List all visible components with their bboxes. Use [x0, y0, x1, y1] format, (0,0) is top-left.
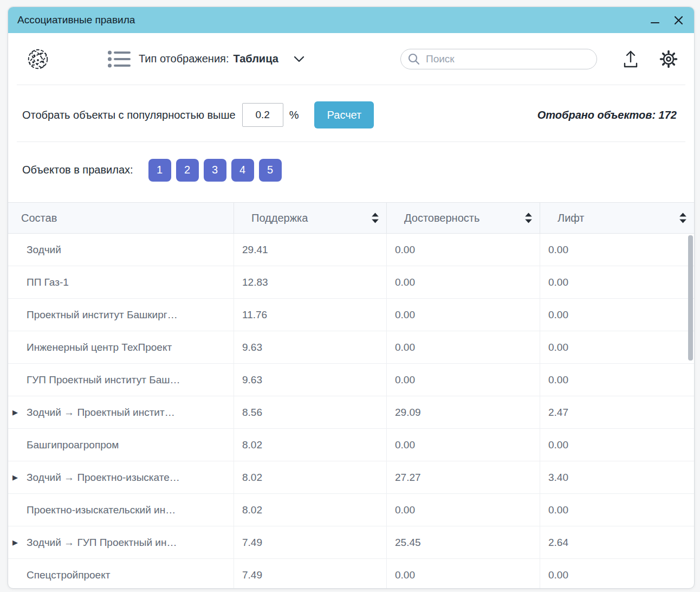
rule-name: Зодчий → Проектный инстит…	[27, 407, 175, 419]
table-row[interactable]: ▶Зодчий → Проектно-изыскате…8.0227.273.4…	[8, 461, 694, 494]
cell-support: 7.49	[234, 526, 386, 558]
cell-confidence: 0.00	[386, 559, 540, 588]
rule-name: Зодчий → Проектно-изыскате…	[27, 472, 180, 484]
rule-count-button-3[interactable]: 3	[204, 159, 226, 182]
cell-support: 11.76	[234, 299, 386, 331]
cell-confidence: 0.00	[386, 429, 540, 461]
column-header-support[interactable]: Поддержка	[234, 203, 386, 233]
cell-composition: ПП Газ-1	[8, 266, 234, 298]
cell-lift: 0.00	[540, 266, 694, 298]
rule-name: Зодчий → ГУП Проектный ин…	[27, 537, 177, 549]
window-controls	[651, 13, 683, 27]
expand-triangle-icon[interactable]: ▶	[12, 473, 27, 481]
scrollbar-thumb[interactable]	[688, 235, 693, 361]
column-header-lift[interactable]: Лифт	[540, 203, 694, 233]
minimize-button[interactable]	[651, 13, 659, 27]
cell-support: 8.02	[234, 429, 386, 461]
chevron-down-icon[interactable]	[294, 56, 304, 62]
cell-support: 12.83	[234, 266, 386, 298]
rule-count-button-1[interactable]: 1	[148, 159, 171, 182]
rule-name: ГУП Проектный институт Баш…	[27, 374, 180, 386]
column-label: Достоверность	[404, 212, 479, 224]
cell-lift: 0.00	[540, 234, 694, 266]
cell-composition: ▶Зодчий → Проектный инстит…	[8, 396, 234, 428]
rule-count-button-2[interactable]: 2	[176, 159, 199, 182]
window-title: Ассоциативные правила	[17, 14, 135, 26]
table-row[interactable]: Башгипроагропром8.020.000.00	[8, 429, 694, 461]
title-bar[interactable]: Ассоциативные правила	[8, 7, 694, 33]
cell-confidence: 0.00	[386, 299, 540, 331]
upload-icon	[623, 50, 639, 68]
cell-confidence: 27.27	[386, 461, 540, 493]
search-input[interactable]	[425, 53, 589, 66]
rule-name: Проектный институт Башкирг…	[27, 309, 178, 321]
table-row[interactable]: ▶Зодчий → Проектный инстит…8.5629.092.47	[8, 396, 694, 429]
rules-bar: Объектов в правилах: 12345	[8, 142, 694, 202]
calculate-button[interactable]: Расчет	[314, 101, 374, 128]
popularity-threshold-input[interactable]	[242, 103, 283, 127]
sort-arrows-icon[interactable]	[679, 212, 687, 224]
search-box[interactable]	[400, 49, 597, 69]
rule-count-button-4[interactable]: 4	[231, 159, 254, 182]
popularity-filter-label: Отобрать объекты с популярностью выше	[22, 109, 236, 121]
table-body: Зодчий29.410.000.00ПП Газ-112.830.000.00…	[8, 234, 694, 588]
close-icon	[674, 16, 683, 25]
cell-confidence: 29.09	[386, 396, 540, 428]
column-header-composition[interactable]: Состав	[8, 203, 234, 233]
rule-count-button-5[interactable]: 5	[259, 159, 282, 182]
table-row[interactable]: Проектный институт Башкирг…11.760.000.00	[8, 299, 694, 331]
column-header-confidence[interactable]: Достоверность	[386, 203, 540, 233]
gear-icon	[659, 50, 678, 68]
cell-support: 9.63	[234, 364, 386, 396]
export-button[interactable]	[623, 50, 639, 68]
cell-support: 8.02	[234, 461, 386, 493]
cell-composition: ▶Зодчий → ГУП Проектный ин…	[8, 526, 234, 558]
display-type-label: Тип отображения:	[139, 53, 229, 65]
percent-unit-label: %	[289, 109, 299, 121]
cell-support: 29.41	[234, 234, 386, 266]
table-row[interactable]: Спецстройпроект7.490.000.00	[8, 559, 694, 588]
cell-composition: Проектный институт Башкирг…	[8, 299, 234, 331]
cell-lift: 3.40	[540, 461, 694, 493]
cell-composition: Инженерный центр ТехПроект	[8, 331, 234, 363]
table-row[interactable]: ▶Зодчий → ГУП Проектный ин…7.4925.452.64	[8, 526, 694, 559]
rule-name: Спецстройпроект	[27, 569, 110, 581]
column-label: Лифт	[558, 212, 584, 224]
cell-composition: Проектно-изыскательский ин…	[8, 494, 234, 526]
sort-arrows-icon[interactable]	[524, 212, 533, 224]
cell-confidence: 0.00	[386, 266, 540, 298]
cell-confidence: 0.00	[386, 494, 540, 526]
settings-button[interactable]	[659, 50, 678, 68]
table-row[interactable]: ГУП Проектный институт Баш…9.630.000.00	[8, 364, 694, 396]
cell-confidence: 0.00	[386, 364, 540, 396]
cell-lift: 0.00	[540, 429, 694, 461]
rule-count-buttons: 12345	[148, 159, 282, 182]
cell-lift: 2.64	[540, 526, 694, 558]
rule-name: Зодчий	[27, 244, 61, 256]
objects-in-rules-label: Объектов в правилах:	[22, 164, 133, 176]
minimize-icon	[651, 18, 659, 27]
table-row[interactable]: Инженерный центр ТехПроект9.630.000.00	[8, 331, 694, 364]
search-icon	[408, 53, 420, 65]
desktop-background: Ассоциативные правила	[0, 0, 700, 592]
display-type-select[interactable]: Тип отображения: Таблица	[107, 49, 304, 69]
app-window: Ассоциативные правила	[8, 7, 695, 589]
cell-confidence: 0.00	[386, 331, 540, 363]
expand-triangle-icon[interactable]: ▶	[12, 538, 27, 546]
cell-lift: 0.00	[540, 494, 694, 526]
cell-support: 8.56	[234, 396, 386, 428]
rule-name: ПП Газ-1	[27, 276, 69, 288]
expand-triangle-icon[interactable]: ▶	[12, 408, 27, 416]
table-row[interactable]: ПП Газ-112.830.000.00	[8, 266, 694, 299]
table-row[interactable]: Проектно-изыскательский ин…8.020.000.00	[8, 494, 694, 526]
column-label: Состав	[21, 212, 57, 224]
close-button[interactable]	[674, 16, 683, 25]
filter-bar: Отобрать объекты с популярностью выше % …	[8, 85, 694, 141]
cell-composition: Спецстройпроект	[8, 559, 234, 588]
cell-composition: Башгипроагропром	[8, 429, 234, 461]
display-type-value: Таблица	[233, 53, 278, 65]
cell-composition: Зодчий	[8, 234, 234, 266]
sort-arrows-icon[interactable]	[371, 212, 379, 224]
cell-lift: 2.47	[540, 396, 694, 428]
table-row[interactable]: Зодчий29.410.000.00	[8, 234, 694, 266]
